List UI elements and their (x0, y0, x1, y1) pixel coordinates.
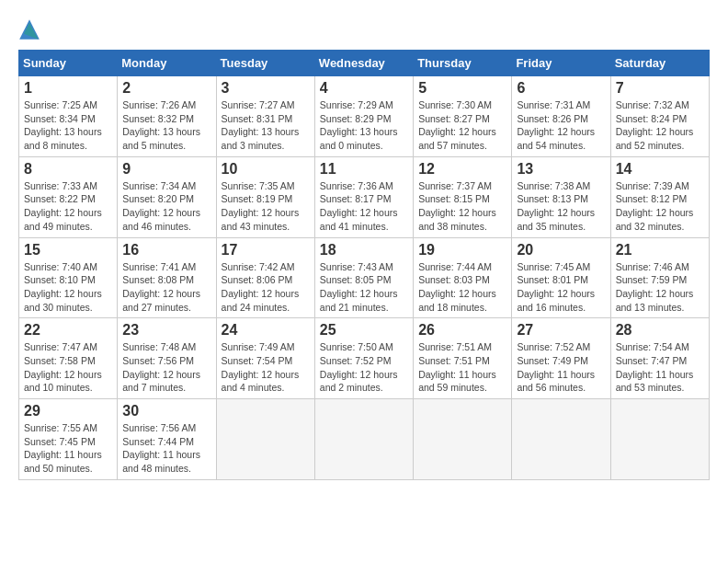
day-daylight: Daylight: 11 hours and 59 minutes. (418, 369, 496, 394)
day-sunrise: Sunrise: 7:29 AM (320, 99, 393, 110)
day-sunset: Sunset: 8:12 PM (616, 193, 688, 204)
empty-cell (314, 399, 413, 480)
day-number: 1 (24, 80, 112, 97)
day-number: 22 (24, 322, 112, 339)
page-header (18, 18, 710, 40)
day-number: 10 (222, 161, 310, 178)
day-sunset: Sunset: 7:51 PM (418, 355, 490, 366)
day-sunrise: Sunrise: 7:38 AM (517, 180, 590, 191)
day-cell: 28 Sunrise: 7:54 AM Sunset: 7:47 PM Dayl… (610, 318, 709, 399)
header-monday: Monday (118, 51, 216, 76)
day-sunrise: Sunrise: 7:56 AM (122, 422, 196, 433)
day-sunrise: Sunrise: 7:32 AM (616, 99, 689, 110)
day-sunrise: Sunrise: 7:27 AM (222, 99, 295, 110)
day-number: 21 (616, 242, 704, 259)
day-cell: 9 Sunrise: 7:34 AM Sunset: 8:20 PM Dayli… (118, 156, 216, 237)
day-daylight: Daylight: 12 hours and 2 minutes. (320, 369, 398, 394)
day-daylight: Daylight: 11 hours and 53 minutes. (616, 369, 694, 394)
day-sunset: Sunset: 8:06 PM (222, 274, 293, 285)
day-number: 12 (418, 161, 506, 178)
day-sunset: Sunset: 8:05 PM (320, 274, 392, 285)
day-sunset: Sunset: 8:27 PM (418, 113, 490, 124)
day-sunset: Sunset: 8:10 PM (24, 274, 96, 285)
day-sunrise: Sunrise: 7:25 AM (24, 99, 97, 110)
day-cell: 5 Sunrise: 7:30 AM Sunset: 8:27 PM Dayli… (414, 76, 512, 157)
calendar-table: Sunday Monday Tuesday Wednesday Thursday… (18, 50, 710, 480)
day-cell: 20 Sunrise: 7:45 AM Sunset: 8:01 PM Dayl… (512, 237, 610, 318)
day-sunset: Sunset: 7:47 PM (616, 355, 688, 366)
day-daylight: Daylight: 12 hours and 52 minutes. (616, 126, 694, 151)
day-sunset: Sunset: 8:34 PM (24, 113, 96, 124)
day-sunset: Sunset: 8:13 PM (517, 193, 588, 204)
day-sunset: Sunset: 8:03 PM (418, 274, 490, 285)
day-daylight: Daylight: 12 hours and 57 minutes. (418, 126, 496, 151)
day-cell: 15 Sunrise: 7:40 AM Sunset: 8:10 PM Dayl… (19, 237, 118, 318)
day-sunrise: Sunrise: 7:26 AM (122, 99, 196, 110)
day-cell: 25 Sunrise: 7:50 AM Sunset: 7:52 PM Dayl… (314, 318, 413, 399)
day-sunrise: Sunrise: 7:37 AM (418, 180, 492, 191)
day-sunrise: Sunrise: 7:35 AM (222, 180, 295, 191)
day-cell: 23 Sunrise: 7:48 AM Sunset: 7:56 PM Dayl… (118, 318, 216, 399)
day-daylight: Daylight: 12 hours and 30 minutes. (24, 288, 102, 313)
day-number: 17 (222, 242, 310, 259)
day-sunrise: Sunrise: 7:44 AM (418, 261, 492, 272)
header-sunday: Sunday (19, 51, 118, 76)
day-sunset: Sunset: 7:59 PM (616, 274, 688, 285)
day-cell: 6 Sunrise: 7:31 AM Sunset: 8:26 PM Dayli… (512, 76, 610, 157)
day-sunrise: Sunrise: 7:39 AM (616, 180, 689, 191)
day-sunrise: Sunrise: 7:46 AM (616, 261, 689, 272)
day-number: 30 (122, 403, 210, 419)
header-friday: Friday (512, 51, 610, 76)
day-number: 14 (616, 161, 704, 178)
day-number: 7 (616, 80, 704, 97)
empty-cell (610, 399, 709, 480)
day-number: 20 (517, 242, 605, 259)
header-tuesday: Tuesday (216, 51, 314, 76)
day-cell: 2 Sunrise: 7:26 AM Sunset: 8:32 PM Dayli… (118, 76, 216, 157)
day-daylight: Daylight: 13 hours and 0 minutes. (320, 126, 398, 151)
day-cell: 3 Sunrise: 7:27 AM Sunset: 8:31 PM Dayli… (216, 76, 314, 157)
day-cell: 24 Sunrise: 7:49 AM Sunset: 7:54 PM Dayl… (216, 318, 314, 399)
day-cell: 12 Sunrise: 7:37 AM Sunset: 8:15 PM Dayl… (414, 156, 512, 237)
day-number: 4 (320, 80, 408, 97)
day-number: 27 (517, 322, 605, 339)
day-number: 16 (122, 242, 210, 259)
day-sunrise: Sunrise: 7:31 AM (517, 99, 590, 110)
day-number: 28 (616, 322, 704, 339)
day-cell: 8 Sunrise: 7:33 AM Sunset: 8:22 PM Dayli… (19, 156, 118, 237)
day-cell: 7 Sunrise: 7:32 AM Sunset: 8:24 PM Dayli… (610, 76, 709, 157)
day-daylight: Daylight: 13 hours and 5 minutes. (122, 126, 200, 151)
day-number: 2 (122, 80, 210, 97)
day-cell: 17 Sunrise: 7:42 AM Sunset: 8:06 PM Dayl… (216, 237, 314, 318)
day-sunrise: Sunrise: 7:54 AM (616, 341, 689, 352)
day-sunrise: Sunrise: 7:30 AM (418, 99, 492, 110)
day-daylight: Daylight: 12 hours and 54 minutes. (517, 126, 595, 151)
day-daylight: Daylight: 12 hours and 46 minutes. (122, 207, 200, 232)
day-daylight: Daylight: 12 hours and 13 minutes. (616, 288, 694, 313)
day-daylight: Daylight: 12 hours and 27 minutes. (122, 288, 200, 313)
day-cell: 22 Sunrise: 7:47 AM Sunset: 7:58 PM Dayl… (19, 318, 118, 399)
day-cell: 18 Sunrise: 7:43 AM Sunset: 8:05 PM Dayl… (314, 237, 413, 318)
day-daylight: Daylight: 12 hours and 35 minutes. (517, 207, 595, 232)
day-cell: 10 Sunrise: 7:35 AM Sunset: 8:19 PM Dayl… (216, 156, 314, 237)
logo-icon (18, 18, 40, 40)
day-daylight: Daylight: 12 hours and 38 minutes. (418, 207, 496, 232)
day-sunset: Sunset: 8:24 PM (616, 113, 688, 124)
day-number: 26 (418, 322, 506, 339)
day-daylight: Daylight: 12 hours and 41 minutes. (320, 207, 398, 232)
day-daylight: Daylight: 12 hours and 16 minutes. (517, 288, 595, 313)
day-sunset: Sunset: 8:17 PM (320, 193, 392, 204)
day-sunrise: Sunrise: 7:34 AM (122, 180, 196, 191)
day-sunrise: Sunrise: 7:40 AM (24, 261, 97, 272)
calendar-week-row: 1 Sunrise: 7:25 AM Sunset: 8:34 PM Dayli… (19, 76, 710, 157)
day-number: 3 (222, 80, 310, 97)
header-thursday: Thursday (414, 51, 512, 76)
day-sunrise: Sunrise: 7:55 AM (24, 422, 97, 433)
day-daylight: Daylight: 13 hours and 8 minutes. (24, 126, 102, 151)
day-sunset: Sunset: 7:56 PM (122, 355, 194, 366)
day-daylight: Daylight: 11 hours and 48 minutes. (122, 449, 200, 474)
calendar-week-row: 15 Sunrise: 7:40 AM Sunset: 8:10 PM Dayl… (19, 237, 710, 318)
day-daylight: Daylight: 11 hours and 56 minutes. (517, 369, 595, 394)
day-sunset: Sunset: 8:01 PM (517, 274, 588, 285)
day-number: 6 (517, 80, 605, 97)
